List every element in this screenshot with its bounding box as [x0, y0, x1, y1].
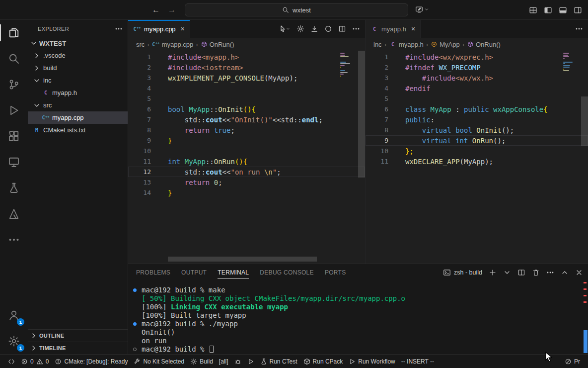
activity-testing[interactable]: [0, 175, 28, 201]
panel-action-split-editor[interactable]: [517, 269, 525, 276]
breadcrumb-myappcpp[interactable]: C++myapp.cpp: [152, 41, 194, 48]
panel-action-close[interactable]: [575, 269, 583, 276]
terminal[interactable]: mac@192 build % make[ 50%] Building CXX …: [128, 281, 588, 354]
breadcrumb-myapph[interactable]: Cmyapp.h: [389, 41, 424, 48]
file-CMakeLists-txt[interactable]: MCMakeLists.txt: [28, 124, 128, 136]
action-pointer-run[interactable]: [279, 25, 291, 33]
toggle-primary-sidebar-button[interactable]: [544, 6, 552, 14]
panel-tab-ports[interactable]: PORTS: [325, 264, 346, 281]
activity-cmake[interactable]: [0, 201, 28, 227]
terminal-scrollbar[interactable]: [582, 281, 588, 354]
status-cmake-kit[interactable]: No Kit Selected: [131, 356, 187, 367]
breadcrumb-MyApp[interactable]: MyApp: [431, 41, 459, 48]
panel-action-trash[interactable]: [532, 269, 540, 276]
back-button[interactable]: ←: [152, 5, 160, 14]
prompt-decoration[interactable]: [133, 348, 137, 351]
panel-tab-problems[interactable]: PROBLEMS: [136, 264, 170, 281]
close-icon[interactable]: ×: [181, 25, 185, 33]
panel-tab-output[interactable]: OUTPUT: [181, 264, 207, 281]
status-cmake-launch[interactable]: [244, 356, 257, 367]
activity-more-views[interactable]: [0, 227, 28, 253]
titlebar-action-menu[interactable]: [415, 5, 429, 13]
scrollbar-vertical[interactable]: [358, 51, 365, 178]
action-ellipsis[interactable]: [575, 25, 583, 33]
bug-icon: [234, 358, 241, 365]
status-cmake-status[interactable]: CMake: [Debug]: Ready: [52, 356, 131, 367]
folder-src[interactable]: src: [28, 99, 128, 111]
scrollbar-vertical[interactable]: [581, 96, 588, 146]
tree-root-wxtest[interactable]: WXTEST: [28, 37, 128, 49]
status-cmake-build[interactable]: Build: [187, 356, 216, 367]
scrollbar-horizontal[interactable]: [168, 257, 317, 262]
root-folder-label: WXTEST: [39, 40, 66, 47]
status-remote-indicator[interactable]: [5, 356, 18, 367]
status-cpack[interactable]: Run CPack: [300, 356, 346, 367]
line-number: 3: [366, 74, 388, 82]
forward-button[interactable]: →: [168, 5, 176, 14]
terminal-instance[interactable]: zsh - build: [443, 269, 482, 276]
code-editor[interactable]: 1#include<myapp.h>2#include<iostream>3wx…: [128, 51, 365, 264]
activity-remote-explorer[interactable]: [0, 149, 28, 175]
status-workflow[interactable]: Run Workflow: [346, 356, 398, 367]
folder-build[interactable]: build: [28, 62, 128, 74]
action-install[interactable]: [310, 25, 318, 33]
panel-action-ellipsis[interactable]: [546, 269, 554, 276]
folder-inc[interactable]: inc: [28, 74, 128, 87]
breadcrumb-OnRun[interactable]: OnRun(): [467, 41, 501, 48]
accounts-button[interactable]: 1: [0, 302, 28, 328]
code-line: 11wxDECLARE_APP(MyApp);: [366, 156, 588, 167]
breadcrumb-inc[interactable]: inc: [373, 41, 382, 48]
action-split-editor[interactable]: [338, 25, 346, 33]
status-ctest[interactable]: Run CTest: [257, 356, 300, 367]
close-icon[interactable]: ×: [411, 25, 415, 33]
breadcrumb-src[interactable]: src: [136, 41, 145, 48]
code-line: 10: [128, 146, 365, 156]
toggle-secondary-sidebar-button[interactable]: [574, 6, 582, 14]
action-circle-large[interactable]: [324, 25, 332, 33]
code-line: 12 std::cout<<"on run \n";: [128, 167, 365, 177]
status-vim-mode[interactable]: -- INSERT --: [398, 356, 437, 367]
code-line: 6bool M​yApp::OnInit(){: [128, 104, 365, 114]
command-center-search[interactable]: wxtest: [185, 3, 408, 16]
line-text: int MyApp::OnRun(){: [168, 158, 247, 166]
code-editor[interactable]: 1#include<wx/wxprec.h>2#ifndef WX_PRECOM…: [366, 51, 588, 264]
status-cmake-target[interactable]: [all]: [216, 356, 231, 367]
activity-search[interactable]: [0, 46, 28, 72]
folder--vscode[interactable]: .vscode: [28, 49, 128, 62]
line-number: 10: [128, 147, 151, 155]
tab-myapp-h[interactable]: Cmyapp.h×: [366, 20, 421, 38]
line-number: 11: [128, 158, 151, 165]
h-file-icon: C: [370, 26, 378, 32]
command-decoration[interactable]: [133, 322, 137, 326]
source-control-icon: [8, 79, 20, 91]
status-text: [all]: [219, 358, 228, 365]
sidebar-more-actions[interactable]: [115, 25, 123, 33]
activity-extensions[interactable]: [0, 123, 28, 149]
play-icon: [247, 358, 254, 365]
panel-tab-debug-console[interactable]: DEBUG CONSOLE: [260, 264, 314, 281]
action-ellipsis[interactable]: [352, 25, 360, 33]
status-problems[interactable]: 00: [18, 356, 52, 367]
file-myapp-h[interactable]: Cmyapp.h: [28, 87, 128, 99]
activity-run-and-debug[interactable]: [0, 97, 28, 123]
breadcrumb-OnRun[interactable]: OnRun(): [201, 41, 234, 48]
panel-action-maximize[interactable]: [561, 269, 569, 276]
status-cmake-debug[interactable]: [231, 356, 244, 367]
tab-myapp-cpp[interactable]: C++myapp.cpp×: [128, 20, 190, 38]
status-prettier[interactable]: Pr: [562, 356, 583, 367]
panel-tab-terminal[interactable]: TERMINAL: [218, 264, 249, 281]
command-decoration[interactable]: [133, 288, 137, 292]
section-outline[interactable]: OUTLINE: [28, 329, 128, 342]
activity-source-control[interactable]: [0, 72, 28, 97]
file-myapp-cpp[interactable]: C++myapp.cpp: [28, 111, 128, 124]
panel-action-chevron-down[interactable]: [503, 269, 511, 276]
toggle-panel-button[interactable]: [559, 6, 567, 14]
section-timeline[interactable]: TIMELINE: [28, 342, 128, 354]
customize-layout-button[interactable]: [529, 6, 537, 14]
line-number: 9: [366, 137, 388, 144]
settings-button[interactable]: 1: [0, 328, 28, 354]
action-gear[interactable]: [296, 25, 304, 33]
activity-explorer[interactable]: [0, 20, 28, 46]
panel-action-plus[interactable]: [489, 269, 497, 276]
mouse-cursor: [544, 352, 554, 363]
